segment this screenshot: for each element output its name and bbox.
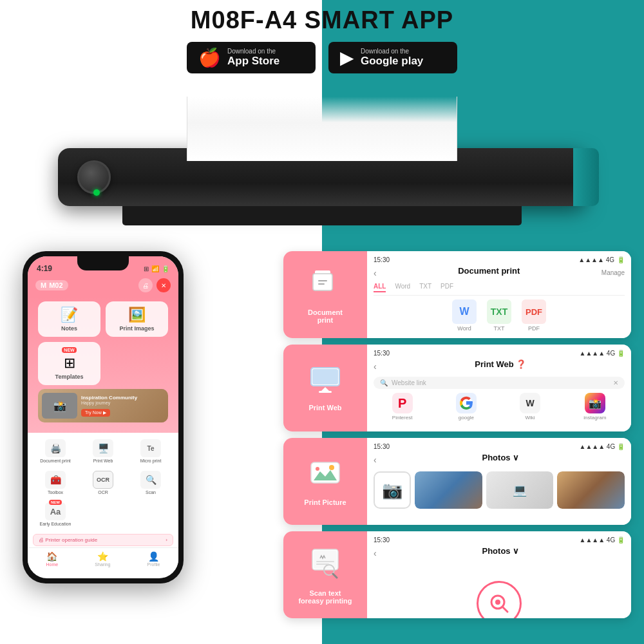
tab-home[interactable]: 🏠 Home (46, 551, 59, 567)
pinterest-label: Pinterest (392, 415, 413, 421)
printer-paper-slot (122, 206, 522, 225)
print-icon-nav[interactable]: 🖨 (138, 278, 153, 292)
paper-slot-output (187, 97, 457, 161)
pw-clear-icon[interactable]: ✕ (613, 379, 618, 386)
camera-button[interactable]: 📷 (374, 471, 411, 509)
dp-manage-button[interactable]: Manage (601, 269, 625, 276)
document-print-status-bar: 15:30 ▲▲▲▲ 4G 🔋 (374, 256, 625, 263)
browser-google[interactable]: google (456, 393, 477, 421)
inspiration-card[interactable]: 📸 Inspiration Community Happy journey Tr… (38, 389, 168, 422)
pp-title: Photos ∨ (377, 453, 625, 462)
googleplay-button[interactable]: ▶ Download on the Google play (328, 42, 457, 73)
main-title: M08F-A4 SMART APP (0, 6, 644, 34)
try-now-button[interactable]: Try Now ▶ (81, 409, 110, 417)
svg-rect-5 (318, 283, 325, 285)
scan-circle[interactable] (477, 581, 522, 619)
photo-thumb-3[interactable] (557, 471, 625, 509)
pp-signal: ▲▲▲▲ 4G 🔋 (580, 443, 625, 450)
new-badge: NEW (62, 347, 76, 353)
google-icon (456, 393, 477, 413)
photo-thumb-1[interactable] (415, 471, 482, 509)
txt-label: TXT (494, 325, 505, 332)
txt-icon: TXT (487, 299, 511, 324)
dp-signal: ▲▲▲▲ 4G (578, 256, 614, 263)
printer-power-button[interactable] (77, 160, 111, 194)
document-print-feature-left: Documentprint (283, 251, 367, 338)
word-icon: W (452, 299, 477, 324)
grid-icon: ⊞ (144, 265, 149, 272)
tab-profile[interactable]: 👤 Profile (147, 551, 160, 567)
dp-tab-txt[interactable]: TXT (419, 283, 431, 292)
photo-thumb-2[interactable]: 💻 (486, 471, 554, 509)
pw-browser-row: P Pinterest google (374, 393, 625, 421)
instagram-label: instagram (583, 415, 606, 421)
pp-photos-row: 📷 💻 (374, 471, 625, 509)
dp-file-row: W Word TXT TXT PDF PDF (374, 299, 625, 332)
svg-marker-9 (321, 387, 329, 391)
pp-status-bar: 15:30 ▲▲▲▲ 4G 🔋 (374, 443, 625, 450)
store-buttons: 🍎 Download on the App Store ▶ Download o… (0, 42, 644, 73)
dp-tab-word[interactable]: Word (395, 283, 410, 292)
menu-micro-print[interactable]: Te Micro print (128, 437, 173, 466)
file-pdf[interactable]: PDF PDF (522, 299, 546, 332)
feature-templates[interactable]: NEW ⊞ Templates (38, 342, 100, 385)
chevron-right-icon: › (166, 537, 167, 543)
document-print-feature-right: 15:30 ▲▲▲▲ 4G 🔋 ‹ Document print Manage … (367, 251, 631, 338)
phone-outer: 4:19 ⊞ 📶 🔋 M M02 🖨 ✕ (23, 251, 184, 583)
st-scan-area[interactable] (374, 565, 625, 618)
print-images-label: Print Images (119, 325, 154, 332)
word-label: Word (457, 325, 471, 332)
svg-point-23 (495, 600, 500, 605)
dp-tab-pdf[interactable]: PDF (440, 283, 453, 292)
inspiration-title: Inspiration Community (81, 395, 137, 401)
svg-rect-19 (316, 561, 334, 562)
appstore-text: Download on the App Store (227, 48, 279, 68)
menu-scan[interactable]: 🔍 Scan (128, 468, 173, 497)
toolbox-icon: 🧰 (45, 471, 66, 489)
printer-body (58, 148, 586, 206)
feature-notes[interactable]: 📝 Notes (38, 301, 100, 337)
tab-sharing[interactable]: ⭐ Sharing (95, 551, 110, 567)
file-txt[interactable]: TXT TXT (487, 299, 511, 332)
feature-print-images[interactable]: 🖼️ Print Images (106, 301, 168, 337)
dp-back-button[interactable]: ‹ (374, 268, 377, 278)
dp-tab-all[interactable]: ALL (374, 283, 386, 292)
print-web-panel: Print Web 15:30 ▲▲▲▲ 4G 🔋 ‹ Print Web ❓ … (283, 345, 631, 431)
sharing-icon: ⭐ (97, 551, 108, 562)
micro-print-icon: Te (140, 439, 161, 457)
guide-text: 🖨 Printer operation guide (39, 537, 97, 543)
print-web-big-icon (308, 365, 342, 400)
phone-nav-bar: M M02 🖨 ✕ (28, 276, 178, 296)
svg-rect-10 (319, 391, 332, 393)
phone-time: 4:19 (37, 264, 52, 273)
search-icon: 🔍 (380, 379, 388, 386)
browser-pinterest[interactable]: P Pinterest (392, 393, 413, 421)
inspiration-content: Inspiration Community Happy journey Try … (81, 395, 137, 417)
browser-instagram[interactable]: 📸 instagram (583, 393, 606, 421)
pp-time: 15:30 (374, 443, 390, 450)
appstore-button[interactable]: 🍎 Download on the App Store (187, 42, 316, 73)
menu-toolbox[interactable]: 🧰 Toolbox (33, 468, 78, 497)
google-label: google (459, 415, 474, 421)
templates-label: Templates (55, 374, 84, 380)
menu-document-print[interactable]: 🖨️ Document print (33, 437, 78, 466)
pw-search-bar[interactable]: 🔍 Website link ✕ (374, 377, 625, 389)
print-images-icon: 🖼️ (128, 307, 146, 323)
menu-ocr[interactable]: OCR OCR (80, 468, 126, 497)
svg-point-14 (316, 467, 319, 471)
print-web-label: Print Web (93, 459, 113, 463)
printer-guide-bar[interactable]: 🖨 Printer operation guide › (33, 534, 173, 546)
phone-menu-grid: 🖨️ Document print 🖥️ Print Web Te Micro … (28, 433, 178, 533)
menu-early-education[interactable]: NEW Aa Early Education (33, 500, 78, 529)
scan-text-panel: Scan textforeasy printing 15:30 ▲▲▲▲ 4G … (283, 531, 631, 618)
file-word[interactable]: W Word (452, 299, 477, 332)
print-picture-panel: Print Picture 15:30 ▲▲▲▲ 4G 🔋 ‹ Photos ∨… (283, 438, 631, 525)
googleplay-icon: ▶ (340, 47, 354, 68)
close-icon-nav[interactable]: ✕ (156, 278, 171, 292)
print-picture-feature-left: Print Picture (283, 438, 367, 525)
document-print-label: Document print (40, 459, 70, 463)
browser-wiki[interactable]: W Wiki (520, 393, 540, 421)
mountain-photo (415, 471, 482, 509)
menu-print-web[interactable]: 🖥️ Print Web (80, 437, 126, 466)
wiki-icon: W (520, 393, 540, 413)
